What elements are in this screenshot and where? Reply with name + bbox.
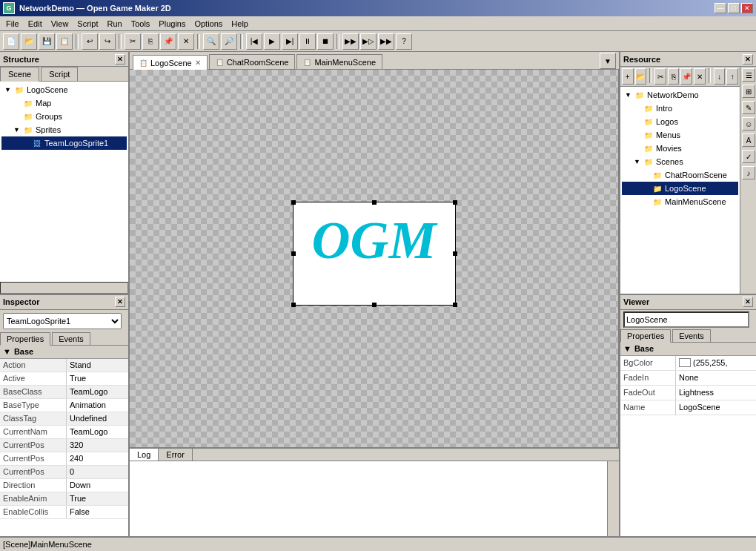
log-tab-error[interactable]: Error [159, 449, 192, 461]
save-all-button[interactable]: 📋 [56, 33, 73, 50]
zoom-out-button[interactable]: 🔍 [203, 33, 219, 50]
tab-scene[interactable]: Scene [0, 67, 39, 82]
res-btn-delete[interactable]: ✕ [694, 68, 706, 85]
res-icon-smile[interactable]: ☺ [742, 117, 755, 131]
viewer-close[interactable]: ✕ [743, 297, 753, 307]
handle-bm[interactable] [372, 303, 377, 307]
res-icon-font[interactable]: A [742, 133, 755, 147]
redo-button[interactable]: ↪ [99, 33, 116, 50]
inspector-dropdown[interactable]: TeamLogoSprite1 [3, 313, 122, 329]
res-btn-export[interactable]: ↑ [726, 68, 738, 85]
res-btn-paste[interactable]: 📌 [680, 68, 692, 85]
expand-networkdemo[interactable]: ▼ [625, 91, 634, 99]
expand-logoscene[interactable]: ▼ [4, 86, 13, 93]
menu-script[interactable]: Script [73, 18, 102, 30]
res-btn-import[interactable]: ↓ [714, 68, 726, 85]
bgcolor-swatch[interactable] [679, 358, 691, 367]
handle-br[interactable] [453, 303, 457, 307]
res-item-scenes[interactable]: ▼ 📁 Scenes [622, 155, 738, 168]
handle-ml[interactable] [291, 251, 296, 256]
log-scrollbar[interactable] [607, 461, 619, 536]
tab-script[interactable]: Script [41, 67, 78, 81]
res-item-movies[interactable]: 📁 Movies [622, 142, 738, 155]
paste-button[interactable]: 📌 [160, 33, 176, 50]
handle-tl[interactable] [291, 200, 296, 205]
tree-item-sprites[interactable]: ▼ 📁 Sprites [1, 123, 127, 136]
log-tab-log[interactable]: Log [130, 449, 159, 461]
res-item-menus[interactable]: 📁 Menus [622, 128, 738, 142]
res-icon-music[interactable]: ♪ [742, 166, 755, 179]
tree-item-teamlogosprite[interactable]: 🖼 TeamLogoSprite1 [1, 136, 127, 150]
viewer-collapse-icon[interactable]: ▼ [623, 344, 631, 353]
toolbar-btn12[interactable]: ▶▶ [378, 33, 394, 50]
collapse-base-icon[interactable]: ▼ [3, 347, 11, 356]
tree-item-map[interactable]: 📁 Map [1, 96, 127, 110]
tab-close-logoscene[interactable]: ✕ [195, 59, 201, 67]
tree-item-groups[interactable]: 📁 Groups [1, 110, 127, 123]
viewer-scene-input[interactable] [623, 311, 749, 328]
minimize-button[interactable]: — [714, 3, 726, 13]
menu-run[interactable]: Run [102, 18, 126, 30]
scene-tab-mainmenu[interactable]: 📋 MainMenuScene [296, 54, 382, 69]
res-btn-copy[interactable]: ⎘ [668, 68, 680, 85]
structure-hscroll[interactable] [0, 282, 128, 294]
save-button[interactable]: 💾 [39, 33, 55, 50]
expand-scenes[interactable]: ▼ [634, 158, 643, 165]
handle-mr[interactable] [453, 251, 457, 256]
help-button[interactable]: ? [396, 33, 412, 50]
menu-tools[interactable]: Tools [127, 18, 155, 30]
inspector-tab-events[interactable]: Events [52, 332, 90, 345]
expand-sprites[interactable]: ▼ [13, 126, 22, 133]
menu-view[interactable]: View [47, 18, 73, 30]
res-item-networkdemo[interactable]: ▼ 📁 NetworkDemo [622, 88, 738, 102]
zoom-in-button[interactable]: 🔎 [221, 33, 237, 50]
toolbar-btn9[interactable]: ⏹ [317, 33, 334, 50]
handle-tr[interactable] [453, 200, 457, 205]
res-btn-new[interactable]: + [622, 68, 634, 85]
res-item-intro[interactable]: 📁 Intro [622, 102, 738, 115]
tab-scroll-right[interactable]: ▼ [600, 53, 616, 69]
new-button[interactable]: 📄 [3, 33, 19, 50]
close-button[interactable]: ✕ [741, 3, 753, 13]
hscroll-track[interactable] [0, 282, 128, 294]
scene-tab-chatroom[interactable]: 📋 ChatRoomScene [209, 54, 296, 69]
res-btn-open[interactable]: 📂 [635, 68, 647, 85]
res-item-logoscene[interactable]: 📁 LogoScene [622, 182, 738, 195]
maximize-button[interactable]: □ [728, 3, 740, 13]
res-item-logos[interactable]: 📁 Logos [622, 115, 738, 128]
toolbar-btn11[interactable]: ▶▷ [360, 33, 377, 50]
res-icon-check[interactable]: ✓ [742, 150, 755, 163]
scene-tab-logoscene[interactable]: 📋 LogoScene ✕ [133, 55, 208, 70]
cut-button[interactable]: ✂ [125, 33, 141, 50]
toolbar-btn5[interactable]: |◀ [246, 33, 262, 50]
undo-button[interactable]: ↩ [82, 33, 98, 50]
menu-options[interactable]: Options [190, 18, 227, 30]
toolbar-btn7[interactable]: ▶| [282, 33, 298, 50]
toolbar-btn8[interactable]: ⏸ [299, 33, 316, 50]
toolbar-btn6[interactable]: ▶ [264, 33, 280, 50]
res-icon-list[interactable]: ☰ [742, 68, 755, 82]
inspector-tab-properties[interactable]: Properties [0, 332, 50, 346]
handle-bl[interactable] [291, 303, 296, 307]
inspector-close[interactable]: ✕ [115, 297, 125, 307]
tree-item-logoscene[interactable]: ▼ 📁 LogoScene [1, 83, 127, 96]
menu-file[interactable]: File [1, 18, 24, 30]
res-icon-grid[interactable]: ⊞ [742, 85, 755, 98]
structure-close[interactable]: ✕ [115, 54, 125, 65]
open-button[interactable]: 📂 [21, 33, 37, 50]
handle-tm[interactable] [372, 200, 377, 205]
res-item-mainmenuscene[interactable]: 📁 MainMenuScene [622, 195, 738, 208]
menu-help[interactable]: Help [227, 18, 253, 30]
menu-plugins[interactable]: Plugins [154, 18, 190, 30]
toolbar-btn10[interactable]: ▶▶ [342, 33, 359, 50]
copy-button[interactable]: ⎘ [142, 33, 159, 50]
delete-button[interactable]: ✕ [178, 33, 194, 50]
viewer-tab-properties[interactable]: Properties [620, 329, 671, 343]
canvas-area[interactable]: OGM [130, 70, 619, 447]
res-btn-cut[interactable]: ✂ [654, 68, 666, 85]
resource-close[interactable]: ✕ [743, 54, 753, 65]
menu-edit[interactable]: Edit [24, 18, 47, 30]
viewer-tab-events[interactable]: Events [672, 329, 711, 342]
res-item-chatroomscene[interactable]: 📁 ChatRoomScene [622, 168, 738, 182]
sprite-container[interactable]: OGM [293, 202, 456, 306]
